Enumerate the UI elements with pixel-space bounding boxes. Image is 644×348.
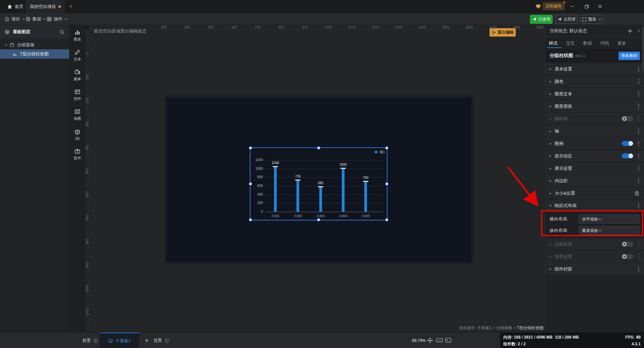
selection-handle[interactable]: [385, 182, 388, 186]
circle-plus-icon[interactable]: [93, 338, 98, 343]
section-图形文本[interactable]: ▸图形文本: [546, 88, 644, 100]
toolbox-item-控件[interactable]: 控件: [70, 85, 85, 104]
toolbox-item-3D[interactable]: 3D: [70, 124, 85, 144]
kebab-menu-icon[interactable]: [638, 129, 639, 134]
toolbox-item-文本[interactable]: 文本: [70, 45, 85, 65]
toggle-on[interactable]: [622, 141, 633, 146]
section-基本设置[interactable]: ▸基本设置: [546, 63, 644, 75]
menu-2-数据[interactable]: 数据: [26, 13, 46, 25]
project-tab[interactable]: 我的空白项目: [26, 0, 65, 13]
tab-交互[interactable]: 交互: [566, 40, 575, 46]
tutorial-button[interactable]: 查看教程: [618, 52, 640, 60]
section-图形形状[interactable]: ▸图形形状: [546, 100, 644, 112]
selection-handle[interactable]: [385, 146, 388, 150]
add-board-button[interactable]: +: [142, 333, 151, 348]
section-图例[interactable]: ▸图例: [546, 138, 644, 149]
caret-right-icon[interactable]: ▸: [550, 191, 551, 195]
caret-down-icon[interactable]: ▾: [550, 204, 551, 207]
cloud-hosting-button[interactable]: 云托管: [555, 15, 578, 24]
caret-right-icon[interactable]: ▸: [550, 80, 551, 83]
exit-edit-button[interactable]: 退出编辑: [490, 28, 516, 37]
zoom-level[interactable]: 69.79%: [412, 333, 426, 348]
keyboard-icon[interactable]: [436, 338, 443, 343]
selection-handle[interactable]: [317, 218, 320, 221]
selection-handle[interactable]: [317, 146, 320, 150]
maximize-icon[interactable]: [582, 3, 591, 10]
menu-1-项目[interactable]: 项目: [5, 13, 25, 25]
caret-right-icon[interactable]: ▸: [550, 267, 551, 271]
section-大小&位置[interactable]: ▸大小&位置: [546, 187, 644, 199]
section-颜色[interactable]: ▸颜色: [546, 76, 644, 87]
section-展示设置[interactable]: ▸展示设置: [546, 162, 644, 174]
kebab-menu-icon[interactable]: [638, 141, 639, 146]
tab-样式[interactable]: 样式: [549, 40, 558, 46]
toolbox-item-地图[interactable]: 地图: [70, 104, 85, 124]
background-tab[interactable]: 背景: [153, 333, 169, 348]
kebab-menu-icon[interactable]: [638, 242, 639, 247]
selection-handle[interactable]: [249, 218, 252, 221]
search-icon[interactable]: [59, 30, 64, 35]
toggle-off[interactable]: [622, 116, 633, 121]
caret-right-icon[interactable]: ▸: [550, 242, 551, 246]
caret-right-icon[interactable]: ▸: [550, 142, 551, 145]
kebab-menu-icon[interactable]: [638, 79, 639, 84]
toggle-off[interactable]: [622, 254, 633, 259]
caret-right-icon[interactable]: ▸: [550, 166, 551, 170]
add-state-icon[interactable]: [628, 29, 633, 34]
kebab-menu-icon[interactable]: [638, 166, 639, 171]
minimize-icon[interactable]: [568, 3, 577, 10]
tab-更多[interactable]: 更多: [617, 40, 626, 46]
kebab-menu-icon[interactable]: [638, 116, 639, 121]
caret-right-icon[interactable]: ▸: [550, 104, 551, 108]
kebab-menu-icon[interactable]: [638, 178, 639, 184]
kebab-menu-icon[interactable]: [638, 66, 639, 72]
close-icon[interactable]: [596, 3, 604, 10]
dashboard-board[interactable]: 值1 1200100080060040020001048示例1735示例2580…: [165, 96, 473, 264]
tab-代码[interactable]: 代码: [600, 40, 609, 46]
layer-item-selected[interactable]: T型分组柱状图: [0, 49, 69, 59]
chevron-right-icon[interactable]: [637, 29, 640, 33]
foreground-tab[interactable]: 前景: [82, 333, 98, 348]
caret-right-icon[interactable]: ▸: [550, 255, 551, 258]
selected-chart-component[interactable]: 值1 1200100080060040020001048示例1735示例2580…: [250, 148, 387, 220]
editor-canvas[interactable]: 双击空白区域退出编辑状态 退出编辑 值1 1200100080060040020…: [85, 25, 546, 332]
lock-icon[interactable]: [635, 191, 639, 196]
custom-service-badge[interactable]: 定制服务: [543, 2, 565, 10]
terminal-icon[interactable]: [445, 338, 451, 343]
kebab-menu-icon[interactable]: [638, 91, 639, 97]
kebab-menu-icon[interactable]: [638, 104, 639, 109]
section-辅助线[interactable]: ▸辅助线: [546, 113, 644, 125]
selection-handle[interactable]: [249, 182, 252, 186]
new-tab-button[interactable]: +: [66, 2, 75, 11]
kebab-menu-icon[interactable]: [638, 266, 639, 272]
preview-button[interactable]: 预览: [580, 15, 603, 24]
kebab-menu-icon[interactable]: [638, 203, 639, 208]
published-button[interactable]: 已发布: [530, 15, 553, 24]
section-轴[interactable]: ▸轴: [546, 125, 644, 137]
kebab-menu-icon[interactable]: [638, 254, 639, 259]
caret-right-icon[interactable]: ▸: [550, 117, 551, 120]
kebab-menu-icon[interactable]: [638, 153, 639, 159]
toggle-off[interactable]: [622, 242, 633, 247]
dropdown-横向布局[interactable]: 水平缩放: [579, 215, 640, 223]
section-边框设置[interactable]: ▸边框设置: [546, 238, 644, 250]
caret-right-icon[interactable]: ▸: [550, 92, 551, 96]
toggle-on[interactable]: [622, 153, 633, 158]
tab-数据[interactable]: 数据: [583, 40, 592, 46]
selection-handle[interactable]: [249, 146, 252, 150]
caret-right-icon[interactable]: ▸: [550, 179, 551, 183]
subboard-tab-active[interactable]: 子看板1: [100, 333, 139, 348]
scrollbar-thumb[interactable]: [642, 27, 644, 70]
caret-right-icon[interactable]: ▸: [550, 154, 551, 158]
caret-right-icon[interactable]: ▸: [550, 129, 551, 133]
menu-3-操作[interactable]: 操作: [47, 13, 67, 25]
caret-right-icon[interactable]: ▸: [550, 67, 551, 71]
section-响应式布局[interactable]: ▾响应式布局: [546, 200, 644, 211]
layer-group-panel[interactable]: ▾ 分组面板: [0, 41, 69, 49]
section-提示信息[interactable]: ▸提示信息: [546, 150, 644, 162]
section-内边距[interactable]: ▸内边距: [546, 175, 644, 187]
circle-plus-icon[interactable]: [165, 338, 169, 343]
section-组件封面[interactable]: ▸组件封面: [546, 263, 644, 275]
toolbox-item-套件[interactable]: 套件: [70, 144, 85, 164]
selection-handle[interactable]: [385, 218, 388, 221]
